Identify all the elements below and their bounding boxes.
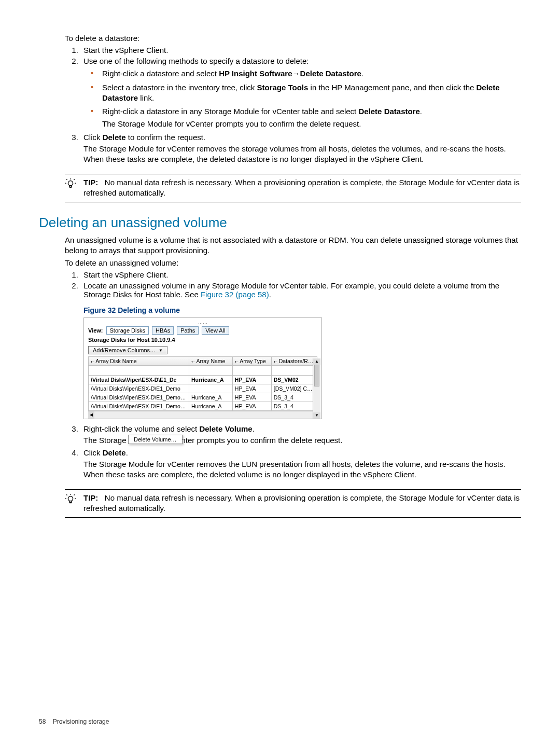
cell: \Virtual Disks\Viper\ESX-D\E1_Demo bbox=[89, 384, 189, 393]
col-datastore-rdm[interactable]: ⇠ Datastore/RDM bbox=[271, 357, 317, 366]
cell: Hurricane_A bbox=[189, 376, 233, 384]
delete-volume-steps: Start the vSphere Client. Locate an unas… bbox=[65, 270, 521, 480]
horizontal-scrollbar[interactable]: ◀ bbox=[88, 411, 317, 419]
svg-point-1 bbox=[68, 496, 73, 501]
screenshot-figure: ⋯⋯ View: Storage Disks HBAs Paths View A… bbox=[83, 317, 322, 419]
sort-icon: ⇠ bbox=[235, 360, 239, 364]
step-2-bullets: Right-click a datastore and select HP In… bbox=[83, 68, 521, 129]
scroll-thumb[interactable] bbox=[314, 365, 319, 386]
footer-section-title: Provisioning storage bbox=[53, 718, 109, 725]
page-number: 58 bbox=[39, 718, 46, 725]
scroll-left-icon[interactable]: ◀ bbox=[88, 411, 94, 419]
figure-caption: Figure 32 Deleting a volume bbox=[83, 306, 521, 314]
page: To delete a datastore: Start the vSphere… bbox=[0, 0, 560, 746]
tip-rule-bottom-1 bbox=[65, 202, 521, 202]
col-3-label: Datastore/RDM bbox=[279, 358, 316, 364]
content-area: To delete a datastore: Start the vSphere… bbox=[65, 33, 521, 518]
lightbulb-icon bbox=[65, 494, 76, 505]
col-array-disk-name[interactable]: ⇠ Array Disk Name bbox=[89, 357, 189, 366]
columns-btn-label: Add/Remove Columns… bbox=[93, 347, 156, 353]
v-step-4-bold: Delete bbox=[103, 448, 126, 457]
bullet-3-period: . bbox=[420, 107, 422, 116]
bullet-2-bold-1: Storage Tools bbox=[257, 83, 308, 92]
tip-rule-bottom-2 bbox=[65, 517, 521, 518]
step-3-bold: Delete bbox=[103, 133, 126, 142]
drag-dots-icon: ⋯⋯ bbox=[88, 321, 317, 326]
section-heading: Deleting an unassigned volume bbox=[39, 215, 521, 231]
tip-rule-top-2 bbox=[65, 489, 521, 490]
tab-hbas[interactable]: HBAs bbox=[152, 326, 174, 335]
page-footer: 58 Provisioning storage bbox=[39, 718, 109, 725]
bullet-2: Select a datastore in the inventory tree… bbox=[83, 82, 521, 104]
cell: \Virtual Disks\Viper\ESX-D\E1_De bbox=[89, 376, 189, 384]
section-p1: An unassigned volume is a volume that is… bbox=[65, 235, 521, 256]
tip-label: TIP: bbox=[83, 493, 98, 502]
v-step-4-paragraph: The Storage Module for vCenter removes t… bbox=[83, 459, 521, 480]
bullet-1-bold-2: Delete Datastore bbox=[300, 69, 361, 78]
table-row[interactable]: \Virtual Disks\Viper\ESX-D\E1_Demo_03 Hu… bbox=[89, 393, 317, 402]
cell: DS_3_4 bbox=[271, 393, 317, 402]
scroll-down-icon[interactable]: ▼ bbox=[313, 412, 320, 419]
bullet-3-bold: Delete Datastore bbox=[358, 107, 419, 116]
cell: [DS_VM02] CD_Sua... bbox=[271, 384, 317, 393]
v-step-4: Click Delete. The Storage Module for vCe… bbox=[80, 448, 521, 480]
arrow-icon: → bbox=[292, 69, 300, 78]
bullet-1: Right-click a datastore and select HP In… bbox=[83, 68, 521, 79]
table-row[interactable]: \Virtual Disks\Viper\ESX-D\E1_Demo Delet… bbox=[89, 384, 317, 393]
col-array-name[interactable]: ⇠ Array Name bbox=[189, 357, 233, 366]
tip-2-body: No manual data refresh is necessary. Whe… bbox=[83, 493, 520, 513]
bullet-3-text-a: Right-click a datastore in any Storage M… bbox=[102, 107, 358, 116]
bullet-1-bold-1: HP Insight Software bbox=[219, 69, 292, 78]
intro-text: To delete a datastore: bbox=[65, 33, 521, 44]
tip-label: TIP: bbox=[83, 178, 98, 187]
sort-icon: ⇠ bbox=[91, 360, 94, 364]
screenshot-header: Storage Disks for Host 10.10.9.4 bbox=[88, 337, 317, 343]
v-step-2-text-a: Locate an unassigned volume in any Stora… bbox=[83, 281, 499, 299]
cell: Hurricane_A bbox=[189, 402, 233, 411]
step-3-text-b: to confirm the request. bbox=[126, 133, 205, 142]
scroll-up-icon[interactable]: ▲ bbox=[313, 358, 320, 365]
figure-link[interactable]: Figure 32 (page 58) bbox=[201, 290, 269, 299]
cell: \Virtual Disks\Viper\ESX-D\E1_Demo_04 bbox=[89, 402, 189, 411]
v-step-4-text-b: . bbox=[126, 448, 128, 457]
cell: HP_EVA bbox=[232, 402, 271, 411]
table-row[interactable]: \Virtual Disks\Viper\ESX-D\E1_Demo_04 Hu… bbox=[89, 402, 317, 411]
step-3-paragraph: The Storage Module for vCenter removes t… bbox=[83, 144, 521, 165]
cell: DS_3_4 bbox=[271, 402, 317, 411]
tab-paths[interactable]: Paths bbox=[177, 326, 199, 335]
tab-view-all[interactable]: View All bbox=[202, 326, 229, 335]
lightbulb-icon bbox=[65, 178, 76, 190]
delete-datastore-steps: Start the vSphere Client. Use one of the… bbox=[65, 46, 521, 164]
v-step-3-text-b: . bbox=[253, 424, 255, 433]
section-p2: To delete an unassigned volume: bbox=[65, 258, 521, 268]
chevron-down-icon: ▼ bbox=[159, 348, 163, 353]
cell: HP_EVA bbox=[232, 384, 271, 393]
storage-disks-table: ⇠ Array Disk Name ⇠ Array Name ⇠ Array T… bbox=[88, 356, 317, 411]
tip-1-text: TIP: No manual data refresh is necessary… bbox=[83, 177, 521, 199]
step-3: Click Delete to confirm the request. The… bbox=[80, 133, 521, 165]
bullet-1-period: . bbox=[361, 69, 363, 78]
view-label: View: bbox=[88, 327, 103, 334]
step-3-text-a: Click bbox=[83, 133, 103, 142]
table-row[interactable]: \Virtual Disks\Viper\ESX-D\E1_De Hurrica… bbox=[89, 376, 317, 384]
filter-row[interactable] bbox=[89, 366, 317, 376]
bullet-3-line2: The Storage Module for vCenter prompts y… bbox=[102, 119, 521, 129]
v-step-1: Start the vSphere Client. bbox=[80, 270, 521, 279]
tip-rule-top-1 bbox=[65, 174, 521, 174]
tip-block-1: TIP: No manual data refresh is necessary… bbox=[65, 177, 521, 199]
bullet-2-text-b: in the HP Management pane, and then clic… bbox=[308, 83, 476, 92]
step-2-text: Use one of the following methods to spec… bbox=[83, 57, 309, 65]
vertical-scrollbar[interactable]: ▲ ▼ bbox=[313, 358, 320, 419]
tab-storage-disks[interactable]: Storage Disks bbox=[106, 326, 149, 335]
tip-2-text: TIP: No manual data refresh is necessary… bbox=[83, 493, 521, 514]
cell: HP_EVA bbox=[232, 393, 271, 402]
tip-1-body: No manual data refresh is necessary. Whe… bbox=[83, 178, 520, 197]
bullet-3: Right-click a datastore in any Storage M… bbox=[83, 106, 521, 130]
add-remove-columns-button[interactable]: Add/Remove Columns…▼ bbox=[88, 346, 167, 354]
bullet-2-text-a: Select a datastore in the inventory tree… bbox=[102, 83, 257, 92]
v-step-2: Locate an unassigned volume in any Stora… bbox=[80, 281, 521, 419]
col-array-type[interactable]: ⇠ Array Type bbox=[232, 357, 271, 366]
cell: \Virtual Disks\Viper\ESX-D\E1_Demo_03 bbox=[89, 393, 189, 402]
cell: HP_EVA bbox=[232, 376, 271, 384]
col-2-label: Array Type bbox=[240, 358, 266, 364]
